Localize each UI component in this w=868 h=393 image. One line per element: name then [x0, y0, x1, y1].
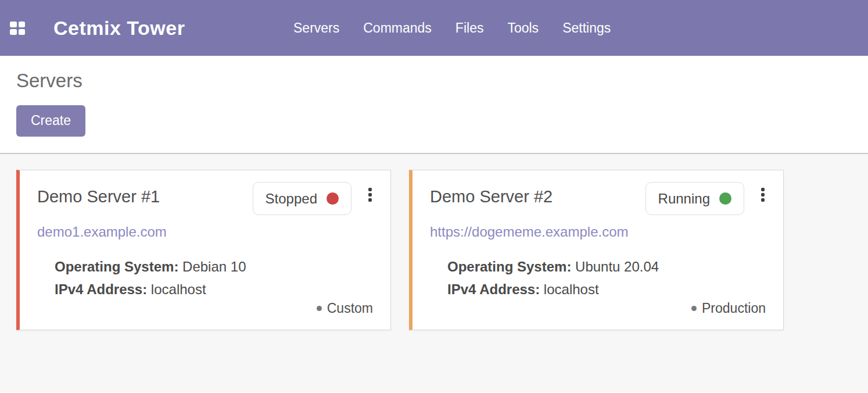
field-value: Debian 10	[182, 259, 246, 274]
server-details: Operating System: Debian 10 IPv4 Address…	[37, 255, 373, 301]
tag-label: Production	[702, 301, 766, 316]
top-navbar: Cetmix Tower Servers Commands Files Tool…	[0, 0, 868, 56]
card-header: Demo Server #1 Stopped	[37, 182, 373, 215]
tag-dot-icon	[317, 306, 322, 311]
status-badge[interactable]: Running	[645, 182, 744, 215]
field-label: IPv4 Address:	[55, 281, 147, 297]
server-card[interactable]: Demo Server #1 Stopped demo1.example.com…	[16, 170, 391, 330]
kebab-dot	[761, 198, 765, 202]
server-tag: Production	[691, 301, 766, 316]
field-row: Operating System: Ubuntu 20.04	[447, 255, 766, 278]
grid-square	[19, 29, 26, 35]
field-row: Operating System: Debian 10	[55, 255, 373, 278]
server-tag: Custom	[317, 301, 373, 316]
nav-item-commands[interactable]: Commands	[363, 20, 432, 36]
field-label: Operating System:	[55, 259, 178, 274]
kebab-dot	[368, 193, 372, 196]
field-row: IPv4 Address: localhost	[447, 278, 766, 301]
status-dot-icon	[327, 192, 339, 205]
server-details: Operating System: Ubuntu 20.04 IPv4 Addr…	[430, 255, 766, 301]
kebab-dot	[368, 198, 372, 202]
nav-item-settings[interactable]: Settings	[562, 20, 611, 36]
status-label: Running	[658, 191, 710, 207]
kanban-view: Demo Server #1 Stopped demo1.example.com…	[0, 154, 868, 392]
status-dot-icon	[719, 192, 731, 205]
grid-square	[10, 22, 17, 27]
field-label: Operating System:	[447, 259, 571, 274]
grid-square	[10, 29, 17, 35]
create-button[interactable]: Create	[16, 105, 85, 137]
apps-grid-icon[interactable]	[10, 22, 25, 35]
card-header: Demo Server #2 Running	[430, 182, 766, 215]
page-title: Servers	[16, 56, 868, 92]
server-name: Demo Server #1	[37, 187, 160, 206]
tag-label: Custom	[327, 301, 373, 316]
field-label: IPv4 Address:	[447, 281, 540, 297]
app-brand[interactable]: Cetmix Tower	[53, 17, 185, 40]
field-row: IPv4 Address: localhost	[55, 278, 373, 301]
kebab-dot	[368, 188, 372, 191]
kebab-dot	[761, 193, 765, 196]
page-header: Servers Create	[0, 56, 868, 154]
field-value: localhost	[151, 281, 206, 297]
tag-dot-icon	[691, 306, 697, 311]
grid-square	[19, 22, 26, 27]
nav-item-servers[interactable]: Servers	[293, 20, 339, 36]
kebab-menu-icon[interactable]	[760, 187, 766, 203]
nav-item-files[interactable]: Files	[455, 20, 484, 36]
main-menu: Servers Commands Files Tools Settings	[293, 0, 611, 56]
server-url-link[interactable]: https://dogememe.example.com	[430, 224, 629, 240]
kebab-dot	[761, 188, 765, 191]
field-value: localhost	[544, 281, 599, 297]
kebab-menu-icon[interactable]	[367, 187, 373, 203]
status-label: Stopped	[266, 191, 317, 207]
server-card[interactable]: Demo Server #2 Running https://dogememe.…	[409, 170, 784, 330]
field-value: Ubuntu 20.04	[575, 259, 659, 274]
nav-item-tools[interactable]: Tools	[507, 20, 539, 36]
server-url-link[interactable]: demo1.example.com	[37, 224, 167, 240]
server-name: Demo Server #2	[430, 187, 553, 206]
status-badge[interactable]: Stopped	[253, 182, 351, 215]
